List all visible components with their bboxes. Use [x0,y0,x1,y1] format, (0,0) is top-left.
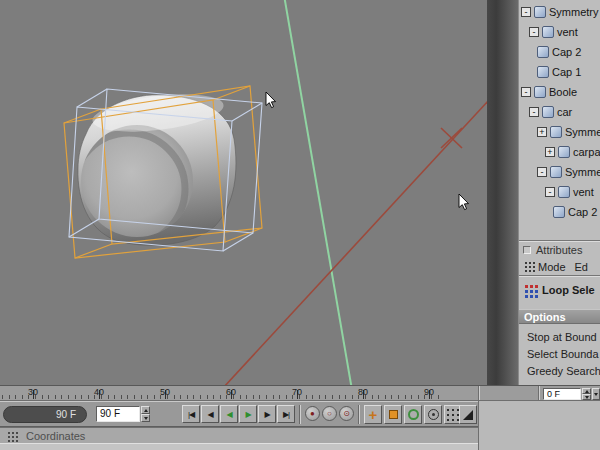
current-frame-field[interactable]: 90 F [96,406,140,422]
object-icon [542,26,554,38]
mouse-cursor-icon [266,92,276,108]
mouse-cursor-icon-2 [459,194,469,210]
next-key-button[interactable]: ▶ [258,405,276,423]
object-icon [534,86,546,98]
record-scale-button[interactable] [384,405,402,424]
attributes-header[interactable]: Attributes [519,242,600,258]
tree-item-boole[interactable]: - Boole [519,82,600,102]
coordinates-panel-body [0,443,478,450]
previous-key-button[interactable]: ◀ [201,405,219,423]
move-cross-icon: + [369,410,378,420]
end-frame-spinner[interactable] [582,388,591,400]
expander-icon[interactable]: - [537,167,547,177]
record-position-button[interactable]: + [364,405,382,424]
ruler-label: 50 [160,387,170,397]
object-icon [550,166,562,178]
tree-item-symmetry-3[interactable]: - Symmetry [519,162,600,182]
tree-item-label: Symmetry [565,126,600,138]
ruler-minor-ticks [2,395,440,399]
tree-item-label: Boole [549,86,577,98]
panel-divider[interactable] [487,0,519,385]
expander-icon[interactable]: - [521,7,531,17]
green-axis-line [284,0,352,385]
attributes-menubar: Mode Ed [519,258,600,275]
frame-spinner[interactable] [141,406,150,422]
coordinates-title: Coordinates [26,430,85,442]
object-icon [558,146,570,158]
option-greedy-search[interactable]: Greedy Search [519,363,600,380]
viewport-canvas [0,0,487,385]
tree-item-car[interactable]: - car [519,102,600,122]
expander-icon[interactable]: - [545,187,555,197]
object-icon [542,106,554,118]
menu-grid-icon [525,262,527,264]
options-section-header[interactable]: Options [519,309,600,324]
record-rotation-button[interactable] [404,405,422,424]
timeline-ruler[interactable]: 30 40 50 60 70 80 90 0 F [0,385,600,401]
tree-item-vent[interactable]: - vent [519,22,600,42]
coordinates-panel-header[interactable]: Coordinates [0,427,478,443]
tree-item-label: vent [557,26,578,38]
attributes-title: Attributes [536,244,582,256]
ruler-label: 30 [28,387,38,397]
object-icon [553,206,565,218]
tree-item-label: car [557,106,572,118]
expander-icon[interactable]: - [521,87,531,97]
rounded-cube-object[interactable] [73,88,236,245]
panel-grid-icon [8,432,10,434]
expander-icon[interactable]: + [545,147,555,157]
scale-square-icon [389,410,398,419]
spinner-up-icon[interactable] [141,406,150,414]
active-tool-header: Loop Sele [519,277,600,303]
tree-item-symmetry-2[interactable]: + Symmetry [519,122,600,142]
tree-item-symmetry[interactable]: - Symmetry [519,2,600,22]
ruler-divider [538,386,540,400]
frame-unit-dropdown[interactable] [592,388,600,400]
go-to-start-button[interactable]: |◀ [182,405,200,423]
spinner-down-icon[interactable] [141,414,150,422]
option-select-boundary[interactable]: Select Bounda [519,346,600,363]
play-backward-button[interactable]: ◀ [220,405,238,423]
option-stop-at-boundary[interactable]: Stop at Bound [519,329,600,346]
keyframe-options-button[interactable] [459,405,477,424]
object-icon [558,186,570,198]
active-tool-label: Loop Sele [542,284,595,296]
attribute-manager-panel: Attributes Mode Ed Loop Sele Options Sto… [519,240,600,385]
expander-icon[interactable]: + [537,127,547,137]
tree-item-carpan[interactable]: + carpan [519,142,600,162]
tree-item-label: Symmetry [549,6,599,18]
end-frame-field[interactable]: 0 F [543,388,581,400]
play-forward-button[interactable]: ▶ [239,405,257,423]
expander-icon[interactable]: - [529,107,539,117]
keyframe-button[interactable]: ○ [322,406,337,421]
ruler-label: 40 [94,387,104,397]
ruler-label: 80 [358,387,368,397]
menu-edit[interactable]: Ed [575,261,588,273]
3d-viewport[interactable] [0,0,487,385]
go-to-end-button[interactable]: ▶| [277,405,295,423]
ruler-label: 70 [292,387,302,397]
spinner-down-icon[interactable] [582,394,591,400]
panel-icon [523,246,531,254]
panel-area [478,401,600,450]
application-window: - Symmetry - vent Cap 2 Cap 1 - Boole - [0,0,600,450]
record-parameter-button[interactable] [424,405,442,424]
timeline-slider[interactable]: 90 F [3,406,87,423]
tree-item-label: carpan [573,146,600,158]
menu-mode[interactable]: Mode [538,261,566,273]
autokey-button[interactable]: ⊙ [339,406,354,421]
corner-triangle-icon [463,410,473,420]
tree-item-vent-2[interactable]: - vent [519,182,600,202]
tree-item-cap1[interactable]: Cap 1 [519,62,600,82]
loop-selection-icon [525,285,528,288]
ruler-label: 60 [226,387,236,397]
expander-icon[interactable]: - [529,27,539,37]
tree-item-label: Symmetry [565,166,600,178]
record-button[interactable]: ● [305,406,320,421]
tree-item-cap2-2[interactable]: Cap 2 [519,202,600,222]
toolbar-separator [358,405,360,424]
animation-toolbar: 90 F 90 F |◀ ◀ ◀ ▶ ▶ ▶| ● ○ ⊙ + [0,401,478,427]
object-icon [534,6,546,18]
grid-dots-icon [447,409,449,411]
tree-item-cap2[interactable]: Cap 2 [519,42,600,62]
